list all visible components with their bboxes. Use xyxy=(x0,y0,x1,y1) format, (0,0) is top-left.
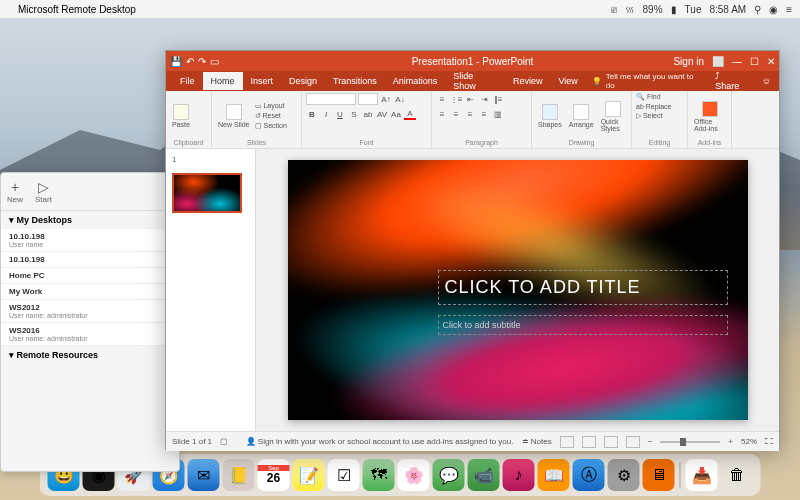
share-button[interactable]: ⤴ Share xyxy=(707,71,754,91)
slide-sorter-view-button[interactable] xyxy=(582,436,596,448)
minimize-button[interactable]: — xyxy=(732,56,742,67)
decrease-font-icon[interactable]: A↓ xyxy=(394,93,406,105)
signin-addins-msg[interactable]: 👤 Sign in with your work or school accou… xyxy=(246,437,514,446)
notification-center-icon[interactable]: ≡ xyxy=(786,4,792,15)
rd-desktop-item[interactable]: Home PC xyxy=(1,268,179,284)
increase-indent-button[interactable]: ⇥ xyxy=(478,93,490,105)
paste-button[interactable]: Paste xyxy=(170,102,192,130)
tab-design[interactable]: Design xyxy=(281,72,325,90)
replace-button[interactable]: ab Replace xyxy=(636,103,671,110)
emoji-button[interactable]: ☺ xyxy=(754,76,779,86)
numbering-button[interactable]: ⋮≡ xyxy=(450,93,462,105)
tell-me-search[interactable]: 💡 Tell me what you want to do xyxy=(586,70,707,92)
rd-remote-resources-header[interactable]: ▾ Remote Resources xyxy=(1,346,179,364)
office-addins-button[interactable]: Office Add-ins xyxy=(692,99,727,134)
align-center-button[interactable]: ≡ xyxy=(450,108,462,120)
rd-desktop-item[interactable]: My Work xyxy=(1,284,179,300)
change-case-button[interactable]: Aa xyxy=(390,108,402,120)
quick-styles-button[interactable]: Quick Styles xyxy=(599,99,627,134)
fit-to-window-button[interactable]: ⛶ xyxy=(765,437,773,446)
font-color-button[interactable]: A xyxy=(404,108,416,120)
text-shadow-button[interactable]: ab xyxy=(362,108,374,120)
app-name[interactable]: Microsoft Remote Desktop xyxy=(18,4,136,15)
itunes-icon[interactable]: ♪ xyxy=(503,459,535,491)
layout-button[interactable]: ▭ Layout xyxy=(255,102,287,110)
close-button[interactable]: ✕ xyxy=(767,56,775,67)
rd-section-header[interactable]: ▾ My Desktops xyxy=(1,211,179,229)
rd-desktop-item[interactable]: 10.10.198 xyxy=(1,252,179,268)
appstore-icon[interactable]: Ⓐ xyxy=(573,459,605,491)
character-spacing-button[interactable]: AV xyxy=(376,108,388,120)
align-left-button[interactable]: ≡ xyxy=(436,108,448,120)
subtitle-placeholder[interactable]: Click to add subtitle xyxy=(438,315,728,335)
slide-canvas-area[interactable]: CLICK TO ADD TITLE Click to add subtitle xyxy=(256,149,779,431)
rd-desktop-item[interactable]: WS2016User name: administrator xyxy=(1,323,179,346)
font-name-dropdown[interactable] xyxy=(306,93,356,105)
bold-button[interactable]: B xyxy=(306,108,318,120)
rd-new-button[interactable]: + New xyxy=(7,179,23,204)
maps-icon[interactable]: 🗺 xyxy=(363,459,395,491)
zoom-level[interactable]: 52% xyxy=(741,437,757,446)
underline-button[interactable]: U xyxy=(334,108,346,120)
reminders-icon[interactable]: ☑ xyxy=(328,459,360,491)
ribbon-options-icon[interactable]: ⬜ xyxy=(712,56,724,67)
tab-file[interactable]: File xyxy=(172,72,203,90)
title-placeholder[interactable]: CLICK TO ADD TITLE xyxy=(438,270,728,305)
strikethrough-button[interactable]: S xyxy=(348,108,360,120)
airplay-icon[interactable]: ⎚ xyxy=(611,4,617,15)
redo-icon[interactable]: ↷ xyxy=(198,56,206,67)
battery-icon[interactable]: ▮ xyxy=(671,4,677,15)
siri-icon[interactable]: ◉ xyxy=(769,4,778,15)
zoom-out-button[interactable]: − xyxy=(648,437,653,446)
day-label[interactable]: Tue xyxy=(685,4,702,15)
calendar-icon[interactable]: Sep26 xyxy=(258,459,290,491)
save-icon[interactable]: 💾 xyxy=(170,56,182,67)
trash-icon[interactable]: 🗑 xyxy=(721,459,753,491)
rd-start-button[interactable]: ▷ Start xyxy=(35,179,52,204)
time-label[interactable]: 8:58 AM xyxy=(709,4,746,15)
tab-animations[interactable]: Animations xyxy=(385,72,446,90)
downloads-icon[interactable]: 📥 xyxy=(686,459,718,491)
spell-check-icon[interactable]: ▢ xyxy=(220,437,228,446)
maximize-button[interactable]: ☐ xyxy=(750,56,759,67)
rd-desktop-item[interactable]: 10.10.198User name xyxy=(1,229,179,252)
slide-thumbnail[interactable] xyxy=(172,173,242,213)
zoom-in-button[interactable]: + xyxy=(728,437,733,446)
zoom-slider[interactable] xyxy=(660,441,720,443)
remote-desktop-icon[interactable]: 🖥 xyxy=(643,459,675,491)
new-slide-button[interactable]: New Slide xyxy=(216,102,252,130)
normal-view-button[interactable] xyxy=(560,436,574,448)
section-button[interactable]: ▢ Section xyxy=(255,122,287,130)
tab-review[interactable]: Review xyxy=(505,72,551,90)
italic-button[interactable]: I xyxy=(320,108,332,120)
font-size-dropdown[interactable] xyxy=(358,93,378,105)
increase-font-icon[interactable]: A↑ xyxy=(380,93,392,105)
select-button[interactable]: ▷ Select xyxy=(636,112,662,120)
contacts-icon[interactable]: 📒 xyxy=(223,459,255,491)
decrease-indent-button[interactable]: ⇤ xyxy=(464,93,476,105)
bullets-button[interactable]: ≡ xyxy=(436,93,448,105)
notes-button[interactable]: ≐ Notes xyxy=(522,437,552,446)
rd-desktop-item[interactable]: WS2012User name: administrator xyxy=(1,300,179,323)
preferences-icon[interactable]: ⚙ xyxy=(608,459,640,491)
slide[interactable]: CLICK TO ADD TITLE Click to add subtitle xyxy=(288,160,748,420)
columns-button[interactable]: ▥ xyxy=(492,108,504,120)
line-spacing-button[interactable]: ‖≡ xyxy=(492,93,504,105)
arrange-button[interactable]: Arrange xyxy=(567,102,596,130)
wifi-icon[interactable]: ᯾ xyxy=(625,4,635,15)
justify-button[interactable]: ≡ xyxy=(478,108,490,120)
notes-icon[interactable]: 📝 xyxy=(293,459,325,491)
signin-link[interactable]: Sign in xyxy=(673,56,704,67)
battery-percent[interactable]: 89% xyxy=(643,4,663,15)
spotlight-icon[interactable]: ⚲ xyxy=(754,4,761,15)
slide-counter[interactable]: Slide 1 of 1 xyxy=(172,437,212,446)
tab-insert[interactable]: Insert xyxy=(243,72,282,90)
align-right-button[interactable]: ≡ xyxy=(464,108,476,120)
start-from-beginning-icon[interactable]: ▭ xyxy=(210,56,219,67)
slideshow-view-button[interactable] xyxy=(626,436,640,448)
photos-icon[interactable]: 🌸 xyxy=(398,459,430,491)
facetime-icon[interactable]: 📹 xyxy=(468,459,500,491)
messages-icon[interactable]: 💬 xyxy=(433,459,465,491)
tab-home[interactable]: Home xyxy=(203,72,243,90)
reset-button[interactable]: ↺ Reset xyxy=(255,112,287,120)
